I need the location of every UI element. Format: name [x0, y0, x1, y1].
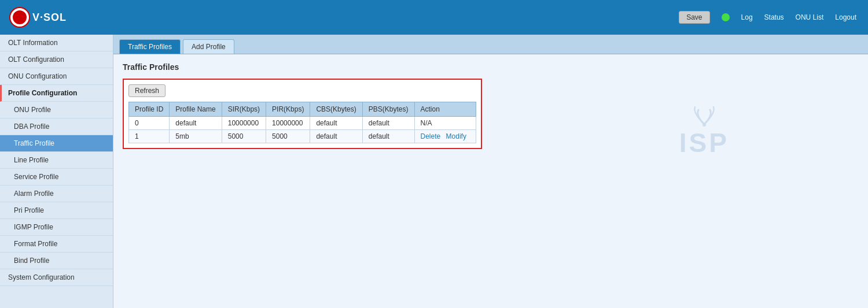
cell-pir-0: 10000000: [266, 117, 310, 130]
cell-action-0: N/A: [414, 117, 476, 130]
cell-sir-1: 5000: [222, 130, 266, 143]
onu-list-link[interactable]: ONU List: [796, 13, 824, 21]
col-profile-id: Profile ID: [129, 102, 170, 117]
logo-icon: [9, 7, 30, 28]
cell-pbs-1: default: [362, 130, 414, 143]
sidebar-item-olt-config[interactable]: OLT Configuration: [0, 51, 113, 68]
sidebar-category-profile-config: Profile Configuration: [0, 85, 113, 102]
sidebar: OLT Information OLT Configuration ONU Co…: [0, 35, 113, 308]
refresh-button[interactable]: Refresh: [128, 84, 165, 97]
col-sir: SIR(Kbps): [222, 102, 266, 117]
status-indicator: [722, 13, 730, 21]
top-header: V·SOL Save Log Status ONU List Logout: [0, 0, 868, 35]
status-link[interactable]: Status: [764, 13, 784, 21]
tab-traffic-profiles[interactable]: Traffic Profiles: [119, 39, 181, 54]
col-pbs: PBS(Kbytes): [362, 102, 414, 117]
page-content: Traffic Profiles Refresh Profile ID Prof…: [113, 54, 868, 157]
sidebar-item-service-profile[interactable]: Service Profile: [0, 169, 113, 185]
cell-id-0: 0: [129, 117, 170, 130]
sidebar-item-format-profile[interactable]: Format Profile: [0, 236, 113, 253]
sidebar-item-onu-config[interactable]: ONU Configuration: [0, 68, 113, 85]
sidebar-item-bind-profile[interactable]: Bind Profile: [0, 253, 113, 269]
col-cbs: CBS(Kbytes): [310, 102, 362, 117]
sidebar-item-pri-profile[interactable]: Pri Profile: [0, 202, 113, 219]
save-button[interactable]: Save: [679, 11, 709, 24]
cell-sir-0: 10000000: [222, 117, 266, 130]
modify-link-1[interactable]: Modify: [446, 132, 466, 140]
page-title: Traffic Profiles: [123, 62, 859, 72]
delete-link-1[interactable]: Delete: [421, 132, 441, 140]
table-row: 0 default 10000000 10000000 default defa…: [129, 117, 476, 130]
cell-id-1: 1: [129, 130, 170, 143]
cell-name-0: default: [170, 117, 222, 130]
table-header-row: Profile ID Profile Name SIR(Kbps) PIR(Kb…: [129, 102, 476, 117]
cell-cbs-1: default: [310, 130, 362, 143]
tab-add-profile[interactable]: Add Profile: [183, 39, 234, 54]
logo-circle-inner: [13, 10, 27, 24]
sidebar-item-onu-profile[interactable]: ONU Profile: [0, 102, 113, 118]
table-container: Refresh Profile ID Profile Name SIR(Kbps…: [123, 79, 482, 149]
logo-text: V·SOL: [32, 12, 67, 24]
cell-pbs-0: default: [362, 117, 414, 130]
sidebar-item-olt-info[interactable]: OLT Information: [0, 35, 113, 51]
traffic-profiles-table: Profile ID Profile Name SIR(Kbps) PIR(Kb…: [128, 102, 476, 143]
table-row: 1 5mb 5000 5000 default default Delete M…: [129, 130, 476, 143]
content-area: Traffic Profiles Add Profile Traffic Pro…: [113, 35, 868, 308]
col-profile-name: Profile Name: [170, 102, 222, 117]
logo: V·SOL: [9, 7, 67, 28]
logout-link[interactable]: Logout: [835, 13, 856, 21]
cell-pir-1: 5000: [266, 130, 310, 143]
log-link[interactable]: Log: [741, 13, 753, 21]
col-pir: PIR(Kbps): [266, 102, 310, 117]
col-action: Action: [414, 102, 476, 117]
sidebar-item-alarm-profile[interactable]: Alarm Profile: [0, 185, 113, 202]
main-layout: OLT Information OLT Configuration ONU Co…: [0, 35, 868, 308]
cell-cbs-0: default: [310, 117, 362, 130]
header-right: Save Log Status ONU List Logout: [679, 11, 856, 24]
sidebar-item-dba-profile[interactable]: DBA Profile: [0, 118, 113, 135]
cell-name-1: 5mb: [170, 130, 222, 143]
sidebar-item-system-config[interactable]: System Configuration: [0, 269, 113, 286]
sidebar-item-line-profile[interactable]: Line Profile: [0, 152, 113, 169]
sidebar-item-traffic-profile[interactable]: Traffic Profile: [0, 135, 113, 152]
tab-bar: Traffic Profiles Add Profile: [113, 35, 868, 54]
cell-action-1: Delete Modify: [414, 130, 476, 143]
sidebar-item-igmp-profile[interactable]: IGMP Profile: [0, 219, 113, 236]
